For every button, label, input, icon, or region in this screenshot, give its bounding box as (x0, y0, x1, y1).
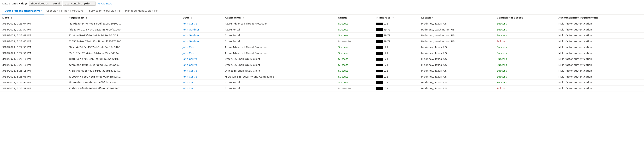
table-container: Date ↓ Request ID ↕ User ↕ Application ↕… (0, 15, 644, 91)
col-user[interactable]: User ↕ (180, 15, 222, 21)
cell-date: 3/18/2021, 6:26:16 PM (0, 62, 66, 68)
ip-redacted-block (376, 22, 384, 25)
table-row: 3/18/2021, 6:26:16 PM b2bb2bad-040c-428a… (0, 62, 644, 68)
cell-date: 3/18/2021, 7:27:50 PM (0, 27, 66, 33)
cell-request-id: b2bb2bad-040c-428a-90ad-352895a40... (66, 62, 180, 68)
col-application[interactable]: Application ↕ (222, 15, 336, 21)
cell-application: Azure Advanced Threat Protection (222, 21, 336, 27)
col-date[interactable]: Date ↓ (0, 15, 66, 21)
cell-status: Success (336, 68, 373, 74)
cell-user[interactable]: John Castro (180, 85, 222, 91)
cell-auth-requirement: Multi-factor authentication (556, 68, 644, 74)
cell-user[interactable]: John Castro (180, 50, 222, 56)
col-ip-address[interactable]: IP address ↕ (373, 15, 419, 21)
cell-request-id: 718b1c67-f16b-4630-93ff-e0b979016601 (66, 85, 180, 91)
cell-location: Mckinney, Texas, US (419, 74, 494, 80)
table-row: 3/18/2021, 6:25:38 PM 718b1c67-f16b-4630… (0, 85, 644, 91)
cell-location: Mckinney, Texas, US (419, 85, 494, 91)
ip-redacted-block (376, 70, 384, 72)
cell-application: Azure Portal (222, 80, 336, 86)
cell-date: 3/18/2021, 7:27:48 PM (0, 33, 66, 39)
cell-user[interactable]: John Castro (180, 80, 222, 86)
cell-auth-requirement: Multi-factor authentication (556, 27, 644, 33)
cell-conditional-access: Success (494, 62, 556, 68)
table-header-row: Date ↓ Request ID ↕ User ↕ Application ↕… (0, 15, 644, 21)
table-row: 3/18/2021, 7:27:48 PM 71d8bed7-013f-40bb… (0, 33, 644, 39)
add-filters-button[interactable]: ⊕ Add filters (97, 2, 113, 5)
cell-status: Interrupted (336, 85, 373, 91)
tab-non-interactive[interactable]: User sign-ins (non-interactive) (44, 7, 87, 14)
cell-conditional-access: Success (494, 44, 556, 50)
cell-ip: 121 (373, 74, 419, 80)
ip-sort-icon: ↕ (392, 16, 394, 19)
cell-status: Success (336, 74, 373, 80)
cell-user[interactable]: John Castro (180, 62, 222, 68)
cell-user[interactable]: John Gardner (180, 27, 222, 33)
cell-location: Mckinney, Texas, US (419, 21, 494, 27)
date-filter-label: Date : Last 7 days (2, 2, 28, 5)
cell-application: Office365 Shell WCSS-Client (222, 68, 336, 74)
cell-request-id: fd3302d6-c729-4b02-bb6f-bfbb713607... (66, 80, 180, 86)
user-filter-chip[interactable]: User contains John ✕ (63, 1, 96, 5)
cell-application: Office365 Shell WCSS-Client (222, 62, 336, 68)
tab-managed-identity[interactable]: Managed identity sign-ins (123, 7, 160, 14)
table-row: 3/18/2021, 6:26:06 PM d309c647-eebc-42e3… (0, 74, 644, 80)
ip-redacted-block (376, 81, 384, 84)
cell-request-id: ad4856c7-e203-4cb2-930d-4e36dd210... (66, 56, 180, 62)
cell-user[interactable]: John Castro (180, 44, 222, 50)
date-filter-value: Last 7 days (12, 2, 28, 5)
cell-location: Mckinney, Texas, US (419, 50, 494, 56)
cell-conditional-access: Success (494, 21, 556, 27)
cell-status: Success (336, 80, 373, 86)
cell-ip: 121 (373, 44, 419, 50)
cell-user[interactable]: John Castro (180, 21, 222, 27)
cell-user[interactable]: John Gardner (180, 33, 222, 39)
cell-user[interactable]: John Castro (180, 74, 222, 80)
ip-redacted-block (376, 40, 384, 43)
cell-conditional-access: Success (494, 74, 556, 80)
cell-application: Office365 Shell WCSS-Client (222, 56, 336, 62)
application-sort-icon: ↕ (242, 16, 244, 19)
table-row: 3/18/2021, 6:25:55 PM fd3302d6-c729-4b02… (0, 80, 644, 86)
tab-interactive[interactable]: User sign-ins (interactive) (2, 7, 44, 14)
cell-user[interactable]: John Castro (180, 56, 222, 62)
show-dates-value: Local (53, 2, 60, 5)
table-row: 3/18/2021, 7:27:50 PM f8f12a46-9175-4d4c… (0, 27, 644, 33)
table-body: 3/18/2021, 7:28:04 PM f414d130-6446-4993… (0, 21, 644, 91)
cell-date: 3/18/2021, 6:26:16 PM (0, 56, 66, 62)
cell-application: Microsoft 365 Security and Compliance ..… (222, 74, 336, 80)
cell-conditional-access: Success (494, 68, 556, 74)
tab-service-principal[interactable]: Service principal sign-ins (87, 7, 123, 14)
cell-conditional-access: Success (494, 33, 556, 39)
cell-ip: 121 (373, 50, 419, 56)
cell-user[interactable]: John Gardner (180, 38, 222, 44)
date-sort-icon: ↓ (11, 16, 12, 19)
ip-redacted-block (376, 46, 384, 49)
table-row: 3/18/2021, 6:26:16 PM ad4856c7-e203-4cb2… (0, 56, 644, 62)
cell-location: Mckinney, Texas, US (419, 44, 494, 50)
cell-conditional-access: Failure (494, 85, 556, 91)
cell-auth-requirement: Multi-factor authentication (556, 80, 644, 86)
ip-redacted-block (376, 58, 384, 61)
cell-request-id: 71d8bed7-013f-40bb-88c5-620db1f127... (66, 33, 180, 39)
cell-auth-requirement: Multi-factor authentication (556, 85, 644, 91)
ip-redacted-block (376, 75, 384, 78)
col-status: Status (336, 15, 373, 21)
table-row: 3/18/2021, 6:26:15 PM 771af76e-6a2f-482d… (0, 68, 644, 74)
cell-auth-requirement: Multi-factor authentication (556, 62, 644, 68)
col-location: Location (419, 15, 494, 21)
user-filter-close-icon[interactable]: ✕ (92, 2, 94, 5)
col-request-id[interactable]: Request ID ↕ (66, 15, 180, 21)
cell-date: 3/18/2021, 6:25:55 PM (0, 80, 66, 86)
tabs-bar: User sign-ins (interactive) User sign-in… (0, 7, 644, 15)
cell-location: Mckinney, Texas, US (419, 56, 494, 62)
cell-application: Azure Advanced Threat Protection (222, 50, 336, 56)
cell-status: Interrupted (336, 38, 373, 44)
cell-location: Mckinney, Texas, US (419, 80, 494, 86)
cell-user[interactable]: John Castro (180, 68, 222, 74)
request-id-sort-icon: ↕ (86, 16, 88, 19)
filter-bar: Date : Last 7 days Show dates as : Local… (0, 0, 644, 7)
cell-conditional-access: Success (494, 27, 556, 33)
table-row: 3/18/2021, 6:27:58 PM 38dcd4e2-ff8c-4937… (0, 44, 644, 50)
col-auth-requirement: Authentication requirement (556, 15, 644, 21)
